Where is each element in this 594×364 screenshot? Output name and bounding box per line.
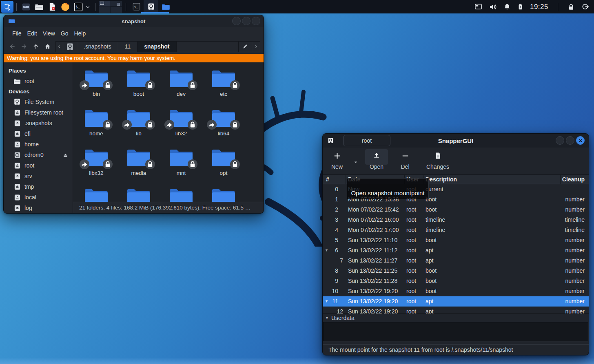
folder-item-partial[interactable]: [160, 183, 202, 202]
clock[interactable]: 19:25: [530, 3, 548, 11]
folder-item-libx32[interactable]: libx32: [75, 143, 117, 183]
menu-view[interactable]: View: [40, 29, 58, 38]
battery-icon[interactable]: [517, 3, 523, 11]
workspace-1[interactable]: [99, 1, 111, 7]
task-terminal[interactable]: $_: [129, 0, 144, 13]
snapshot-row-10[interactable]: 10Sun 13/02/22 19:20rootbootnumber: [323, 286, 589, 296]
crumb-snapshots[interactable]: .snapshots: [77, 42, 118, 52]
column-number[interactable]: #: [326, 175, 329, 184]
lock-screen-icon[interactable]: [567, 3, 575, 11]
sidebar-place-root[interactable]: root: [4, 76, 73, 86]
snapshot-row-6[interactable]: ▼6Sun 13/02/22 11:12rootaptnumber: [323, 245, 589, 256]
menu-help[interactable]: Help: [71, 29, 89, 38]
snapshot-row-12[interactable]: 12Sun 13/02/22 19:20rootaptnumber: [323, 307, 589, 313]
snapshot-row-11[interactable]: ▼11Sun 13/02/22 19:20rootaptnumber: [323, 296, 589, 307]
minimize-button[interactable]: [556, 136, 564, 145]
folder-item-etc[interactable]: etc: [202, 64, 245, 104]
crumb-scroll-left-icon[interactable]: [56, 42, 63, 52]
fm-titlebar[interactable]: snapshot: [4, 15, 264, 27]
sidebar-device-efi[interactable]: efi: [4, 128, 73, 139]
menu-edit[interactable]: Edit: [24, 29, 40, 38]
task-snappergui[interactable]: [144, 0, 158, 13]
snapshot-row-2[interactable]: 2Mon 07/02/22 15:42rootbootnumber: [323, 205, 589, 215]
folder-item-dev[interactable]: dev: [160, 64, 202, 104]
launcher-appearance[interactable]: [20, 1, 33, 13]
workspace-4[interactable]: [111, 7, 122, 13]
changes-button[interactable]: Changes: [426, 151, 450, 170]
snapshot-description: boot: [426, 235, 437, 245]
open-snapshot-button[interactable]: Open: [366, 151, 387, 170]
edit-path-pencil-icon[interactable]: [238, 42, 252, 52]
minimize-button[interactable]: [232, 17, 241, 25]
sidebar-device-cdrom0[interactable]: cdrom0: [4, 150, 73, 160]
workspace-2[interactable]: [111, 1, 122, 7]
sidebar-device-home[interactable]: home: [4, 139, 73, 150]
sidebar-device-filesystem-root[interactable]: Filesystem root: [4, 107, 73, 118]
column-cleanup[interactable]: Cleanup: [562, 175, 585, 184]
filesystem-crumb-button[interactable]: [63, 42, 77, 52]
crumb-scroll-right-icon[interactable]: [252, 41, 260, 52]
column-description[interactable]: Description: [426, 175, 457, 184]
folder-item-partial[interactable]: [75, 183, 117, 202]
notifications-bell-icon[interactable]: [503, 3, 511, 11]
device-label: tmp: [24, 183, 34, 190]
menu-go[interactable]: Go: [58, 29, 71, 38]
folder-item-home[interactable]: home: [75, 104, 117, 143]
delete-snapshot-button[interactable]: Del: [395, 151, 415, 170]
snapper-titlebar[interactable]: root SnapperGUI: [323, 134, 589, 148]
userdata-content-box[interactable]: [323, 322, 588, 341]
launcher-terminal[interactable]: $_: [72, 1, 85, 13]
snapshot-row-3[interactable]: 3Mon 07/02/22 16:00roottimelinetimeline: [323, 215, 589, 225]
sidebar-device-file-system[interactable]: File System: [4, 97, 73, 107]
folder-item-bin[interactable]: bin: [75, 64, 117, 104]
maximize-button[interactable]: [242, 17, 250, 25]
crumb-11[interactable]: 11: [118, 42, 138, 52]
folder-item-boot[interactable]: boot: [117, 64, 160, 104]
new-snapshot-button[interactable]: New: [327, 151, 347, 170]
task-file-manager[interactable]: [158, 0, 173, 13]
snapshot-row-5[interactable]: 5Sun 13/02/22 11:10rootbootnumber: [323, 235, 589, 245]
folder-item-mnt[interactable]: mnt: [160, 143, 202, 183]
display-icon[interactable]: [474, 3, 482, 11]
home-button[interactable]: [42, 41, 53, 52]
folder-item-partial[interactable]: [117, 183, 160, 202]
volume-icon[interactable]: [489, 3, 497, 11]
launcher-firefox[interactable]: [59, 1, 72, 13]
forward-button[interactable]: [18, 41, 30, 52]
applications-menu-button[interactable]: [1, 1, 13, 13]
close-button[interactable]: [576, 136, 585, 145]
workspace-3[interactable]: [99, 7, 111, 13]
close-button[interactable]: [252, 17, 260, 25]
snapshot-row-8[interactable]: 8Sun 13/02/22 11:25rootbootnumber: [323, 266, 589, 276]
folder-item-lib[interactable]: lib: [117, 104, 160, 143]
snapshot-row-4[interactable]: 4Mon 07/02/22 17:00roottimelinetimeline: [323, 225, 589, 235]
new-dropdown-caret-icon[interactable]: [354, 160, 358, 164]
snapshot-row-7[interactable]: 7Sun 13/02/22 11:27rootaptnumber: [323, 256, 589, 266]
eject-icon[interactable]: [62, 152, 69, 158]
chevron-down-icon[interactable]: [85, 4, 92, 10]
sidebar-device-snapshots[interactable]: .snapshots: [4, 118, 73, 128]
userdata-section-header[interactable]: ▼ Userdata: [323, 313, 589, 322]
menu-file[interactable]: File: [9, 29, 24, 38]
maximize-button[interactable]: [566, 136, 574, 145]
logout-icon[interactable]: [581, 3, 589, 11]
folder-item-partial[interactable]: [202, 183, 245, 202]
folder-item-lib32[interactable]: lib32: [160, 104, 202, 143]
folder-item-lib64[interactable]: lib64: [202, 104, 245, 143]
sidebar-device-log[interactable]: log: [4, 203, 73, 213]
lock-emblem-icon: [230, 159, 240, 170]
workspace-pager[interactable]: [99, 1, 122, 13]
launcher-file-manager[interactable]: [33, 1, 46, 13]
sidebar-device-root[interactable]: root: [4, 160, 73, 171]
folder-item-opt[interactable]: opt: [202, 143, 245, 183]
folder-item-media[interactable]: media: [117, 143, 160, 183]
crumb-snapshot-current[interactable]: snapshot: [137, 42, 176, 52]
sidebar-device-srv[interactable]: srv: [4, 171, 73, 181]
back-button[interactable]: [6, 41, 18, 52]
snapshot-number: 8: [326, 266, 338, 276]
up-button[interactable]: [30, 41, 42, 52]
launcher-text-editor[interactable]: [46, 1, 59, 13]
sidebar-device-tmp[interactable]: tmp: [4, 181, 73, 192]
snapshot-row-9[interactable]: 9Sun 13/02/22 11:28rootbootnumber: [323, 276, 589, 286]
sidebar-device-local[interactable]: local: [4, 192, 73, 203]
